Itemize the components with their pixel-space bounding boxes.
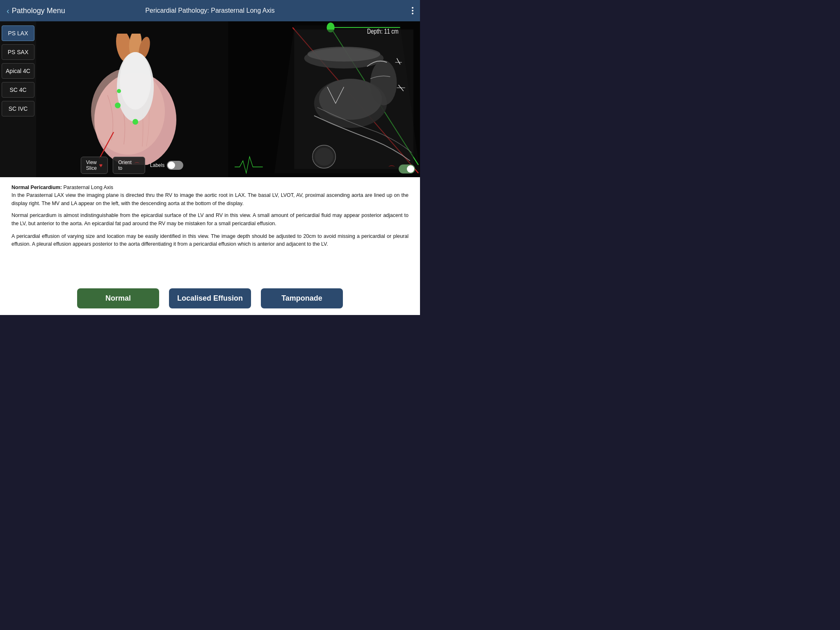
sidebar-item-ps-sax[interactable]: PS SAX xyxy=(2,44,34,60)
svg-point-24 xyxy=(315,148,333,166)
header: ‹ Pathology Menu Pericardial Pathology: … xyxy=(0,0,420,21)
description-panel: Normal Pericardium: Parasternal Long Axi… xyxy=(0,177,420,283)
svg-point-7 xyxy=(115,103,121,108)
right-toggle[interactable] xyxy=(399,164,415,173)
tamponade-button[interactable]: Tamponade xyxy=(261,288,343,308)
svg-point-6 xyxy=(120,52,151,110)
sidebar-item-ps-lax[interactable]: PS LAX xyxy=(2,25,34,41)
wave-ctrl-icon: ⌒ xyxy=(388,164,395,174)
header-title: Pericardial Pathology: Parasternal Long … xyxy=(145,7,275,14)
right-bottom-controls: ⌒ xyxy=(388,164,415,174)
menu-dots-button[interactable] xyxy=(412,7,413,14)
sidebar-item-sc-ivc[interactable]: SC IVC xyxy=(2,101,34,116)
back-button[interactable]: ‹ Pathology Menu xyxy=(7,6,65,16)
toggle-knob xyxy=(168,162,175,169)
lower-section: Normal Pericardium: Parasternal Long Axi… xyxy=(0,177,420,315)
main-area: PS LAX PS SAX Apical 4C SC 4C SC IVC xyxy=(0,21,420,177)
orient-to-label: Orient to xyxy=(118,160,132,171)
description-text1: In the Parasternal LAX view the imaging … xyxy=(11,192,409,206)
labels-label: Labels xyxy=(150,162,164,168)
dot-icon xyxy=(412,13,413,14)
labels-toggle-container: Labels xyxy=(150,161,183,170)
svg-point-22 xyxy=(370,60,397,105)
heart-svg xyxy=(75,34,189,165)
app: ‹ Pathology Menu Pericardial Pathology: … xyxy=(0,0,420,315)
view-slice-label: View Slice xyxy=(86,160,97,171)
dot-icon xyxy=(412,10,413,11)
ultrasound-svg: Depth: 11 cm xyxy=(228,21,420,177)
description-p1: Normal Pericardium: Parasternal Long Axi… xyxy=(11,184,409,208)
right-panel-ultrasound: Depth: 11 cm ⌒ xyxy=(228,21,420,177)
back-chevron-icon: ‹ xyxy=(7,6,9,16)
svg-point-9 xyxy=(117,89,121,93)
heart-visualization xyxy=(36,21,228,177)
description-p3: A pericardial effusion of varying size a… xyxy=(11,233,409,249)
dot-icon xyxy=(412,7,413,9)
sidebar: PS LAX PS SAX Apical 4C SC 4C SC IVC xyxy=(0,21,36,177)
back-label: Pathology Menu xyxy=(12,7,65,15)
sidebar-item-apical-4c[interactable]: Apical 4C xyxy=(2,63,34,79)
left-panel-controls: View Slice ♥ Orient to ⌒ Labels xyxy=(81,157,183,174)
ultrasound-visualization: Depth: 11 cm xyxy=(228,21,420,177)
left-panel-3d: View Slice ♥ Orient to ⌒ Labels xyxy=(36,21,228,177)
right-toggle-knob xyxy=(407,165,414,173)
orient-wave-icon: ⌒ xyxy=(134,162,140,169)
normal-button[interactable]: Normal xyxy=(77,288,159,308)
view-slice-button[interactable]: View Slice ♥ xyxy=(81,157,108,174)
button-row: Normal Localised Effusion Tamponade xyxy=(0,283,420,315)
description-p2: Normal pericardium is almost indistingui… xyxy=(11,212,409,228)
heart-icon: ♥ xyxy=(99,162,103,169)
orient-to-button[interactable]: Orient to ⌒ xyxy=(113,157,145,174)
description-title: Normal Pericardium: xyxy=(11,185,63,190)
svg-point-8 xyxy=(132,119,138,125)
svg-point-19 xyxy=(308,47,381,62)
content-panels: View Slice ♥ Orient to ⌒ Labels xyxy=(36,21,420,177)
sidebar-item-sc-4c[interactable]: SC 4C xyxy=(2,82,34,98)
description-subtitle: Parasternal Long Axis xyxy=(63,185,113,190)
svg-text:Depth: 11 cm: Depth: 11 cm xyxy=(367,28,399,35)
localised-effusion-button[interactable]: Localised Effusion xyxy=(169,288,251,308)
labels-toggle[interactable] xyxy=(167,161,183,170)
